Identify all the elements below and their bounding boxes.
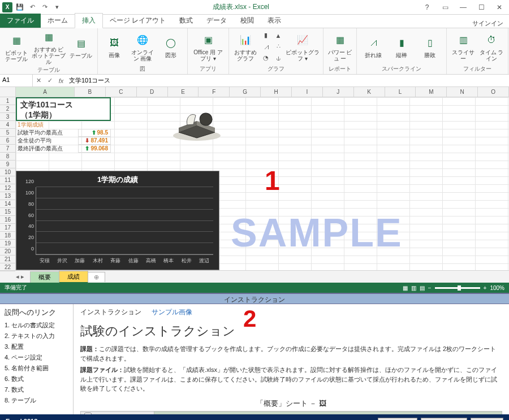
col-header-J[interactable]: J: [323, 87, 354, 97]
tab-home[interactable]: ホーム: [41, 14, 75, 28]
col-header-L[interactable]: L: [385, 87, 416, 97]
qat-save-icon[interactable]: 💾: [15, 2, 25, 12]
question-link-3[interactable]: 3. 配置: [5, 341, 68, 352]
signin-link[interactable]: サインイン: [472, 19, 509, 28]
btn-reset[interactable]: リセット: [421, 418, 467, 421]
tab-review[interactable]: 校閲: [234, 14, 261, 28]
col-header-G[interactable]: G: [230, 87, 261, 97]
view-pagelayout-icon[interactable]: ▥: [411, 285, 416, 291]
zoom-value[interactable]: 100%: [490, 285, 504, 291]
qat-undo-icon[interactable]: ↶: [27, 2, 37, 12]
view-pagebreak-icon[interactable]: ▤: [420, 285, 425, 291]
col-header-K[interactable]: K: [354, 87, 385, 97]
btn-sparkline-line[interactable]: ⩘折れ線: [360, 35, 386, 58]
close-icon[interactable]: ✕: [492, 3, 507, 11]
col-header-F[interactable]: F: [199, 87, 230, 97]
col-header-O[interactable]: O: [478, 87, 509, 97]
chart-object[interactable]: 1学期の成績 020406080100120 安積井沢加藤木村斉藤佐藤高橋橋本松…: [16, 171, 219, 270]
name-box[interactable]: A1: [0, 75, 33, 86]
tab-pagelayout[interactable]: ページ レイアウト: [103, 14, 172, 28]
btn-sparkline-col[interactable]: ▮縦棒: [389, 35, 415, 58]
btn-pivotchart[interactable]: 📈ピボットグラフ ▾: [286, 32, 320, 62]
col-header-I[interactable]: I: [292, 87, 323, 97]
btn-powerview[interactable]: ▦パワー ビュ ー: [327, 32, 353, 62]
row-header-7[interactable]: 7: [0, 145, 15, 153]
row-header-19[interactable]: 19: [0, 240, 15, 248]
row-header-8[interactable]: 8: [0, 153, 15, 161]
row-header-20[interactable]: 20: [0, 248, 15, 256]
row-header-6[interactable]: 6: [0, 137, 15, 145]
minimize-icon[interactable]: —: [456, 3, 471, 11]
task-check-1[interactable]: [84, 413, 92, 414]
chart-line-icon[interactable]: ⩘: [261, 42, 271, 52]
btn-sparkline-winloss[interactable]: ▯勝敗: [417, 35, 443, 58]
zoom-in-icon[interactable]: +: [484, 285, 487, 291]
row-header-15[interactable]: 15: [0, 208, 15, 216]
maximize-icon[interactable]: ☐: [474, 3, 489, 11]
chart-bar-icon[interactable]: ▮: [261, 31, 271, 41]
tab-view[interactable]: 表示: [261, 14, 288, 28]
sheet-tab-add[interactable]: ⊕: [88, 272, 105, 282]
cancel-formula-icon[interactable]: ✕: [33, 77, 44, 84]
worksheet[interactable]: 12345678910111213141516171819202122 ABCD…: [0, 87, 509, 270]
row-header-21[interactable]: 21: [0, 256, 15, 263]
question-link-2[interactable]: 2. テキストの入力: [5, 331, 68, 341]
row-header-16[interactable]: 16: [0, 216, 15, 224]
row-header-1[interactable]: 1: [0, 97, 15, 105]
col-header-E[interactable]: E: [168, 87, 199, 97]
lr-tab-sample[interactable]: サンプル画像: [152, 308, 192, 317]
row-header-13[interactable]: 13: [0, 192, 15, 200]
sheet-nav-icons[interactable]: ◂ ▸: [16, 273, 24, 280]
chart-scatter-icon[interactable]: ∴: [273, 42, 283, 52]
col-header-C[interactable]: C: [106, 87, 137, 97]
chart-pie-icon[interactable]: ◔: [261, 53, 271, 63]
btn-table[interactable]: ▤テーブル: [68, 36, 94, 59]
ribbon-opts-icon[interactable]: ▭: [438, 3, 452, 11]
help-icon[interactable]: ?: [420, 3, 434, 11]
qat-dropdown-icon[interactable]: ▾: [52, 2, 62, 12]
row-header-17[interactable]: 17: [0, 224, 15, 232]
row-header-4[interactable]: 4: [0, 121, 15, 129]
btn-online-pic[interactable]: 🌐オンライン 画像: [130, 32, 156, 62]
lr-tab-instruction[interactable]: インストラクション: [80, 308, 141, 317]
col-header-N[interactable]: N: [447, 87, 478, 97]
btn-finish[interactable]: 終了: [471, 418, 503, 421]
question-link-4[interactable]: 4. ページ設定: [5, 352, 68, 363]
tab-formulas[interactable]: 数式: [172, 14, 200, 28]
row-header-12[interactable]: 12: [0, 184, 15, 192]
btn-picture[interactable]: 🖼画像: [101, 35, 127, 58]
tab-file[interactable]: ファイル: [0, 14, 41, 28]
btn-shapes[interactable]: ◯図形: [158, 35, 184, 58]
question-link-1[interactable]: 1. セルの書式設定: [5, 320, 68, 331]
view-normal-icon[interactable]: ▦: [403, 285, 408, 291]
row-header-5[interactable]: 5: [0, 129, 15, 137]
chart-stock-icon[interactable]: ⫝: [273, 53, 283, 63]
btn-tile[interactable]: タイル: [378, 418, 417, 421]
chart-area-icon[interactable]: ▲: [273, 31, 283, 41]
btn-pivottable[interactable]: ▦ピボット テーブル: [3, 33, 29, 62]
qat-redo-icon[interactable]: ↷: [40, 2, 50, 12]
col-header-H[interactable]: H: [261, 87, 292, 97]
btn-timeline[interactable]: ⏱タイム ライン: [478, 32, 504, 62]
row-header-2[interactable]: 2: [0, 105, 15, 113]
tab-insert[interactable]: 挿入: [75, 13, 103, 28]
row-header-18[interactable]: 18: [0, 232, 15, 240]
question-link-6[interactable]: 6. 数式: [5, 374, 68, 384]
row-header-3[interactable]: 3: [0, 113, 15, 121]
sheet-tab-summary[interactable]: 概要: [30, 271, 59, 283]
question-link-5[interactable]: 5. 名前付き範囲: [5, 363, 68, 374]
row-header-22[interactable]: 22: [0, 263, 15, 271]
row-header-10[interactable]: 10: [0, 168, 15, 176]
zoom-slider[interactable]: [435, 287, 480, 289]
row-header-9[interactable]: 9: [0, 161, 15, 168]
col-header-B[interactable]: B: [75, 87, 106, 97]
zoom-out-icon[interactable]: −: [428, 285, 432, 291]
cell-title-box[interactable]: 文学101コース （1学期）: [16, 97, 111, 121]
col-header-D[interactable]: D: [137, 87, 168, 97]
book-clipart[interactable]: [169, 98, 225, 144]
question-link-7[interactable]: 7. 数式: [5, 384, 68, 395]
row-header-14[interactable]: 14: [0, 200, 15, 208]
enter-formula-icon[interactable]: ✓: [44, 77, 55, 84]
fx-icon[interactable]: fx: [55, 77, 67, 84]
question-link-8[interactable]: 8. テーブル: [5, 395, 68, 406]
